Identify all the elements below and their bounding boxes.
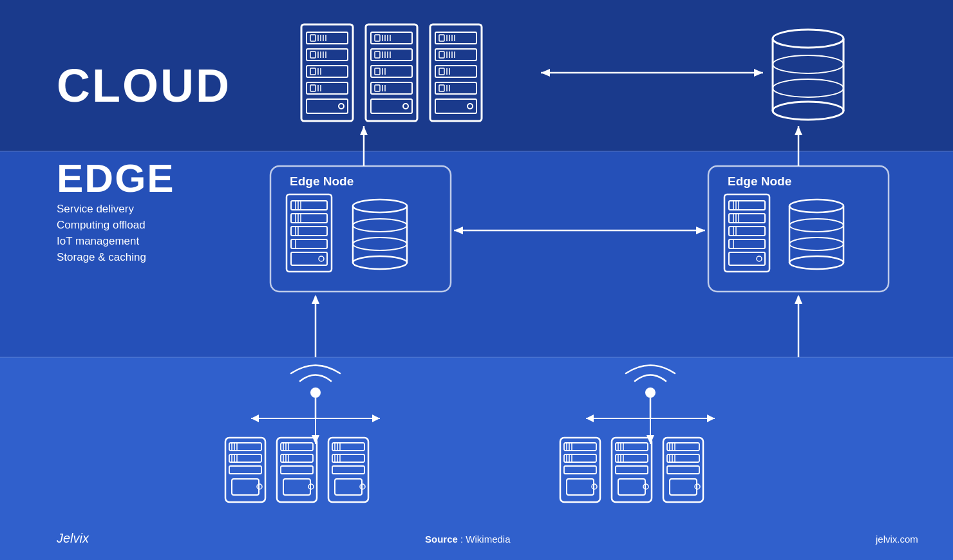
- svg-text:Storage & caching: Storage & caching: [57, 251, 146, 263]
- svg-text:EDGE: EDGE: [57, 156, 175, 200]
- svg-rect-2: [0, 357, 953, 560]
- svg-text:IoT management: IoT management: [57, 235, 139, 247]
- svg-text:Edge Node: Edge Node: [290, 174, 354, 188]
- main-container: CLOUD: [0, 0, 953, 560]
- svg-text:Source
      : Wikimedia: Source : Wikimedia: [425, 534, 511, 545]
- svg-text:jelvix.com: jelvix.com: [875, 534, 918, 545]
- svg-text:Computing offload: Computing offload: [57, 219, 146, 231]
- svg-text:CLOUD: CLOUD: [57, 60, 231, 111]
- svg-text:Edge Node: Edge Node: [728, 174, 791, 188]
- svg-text:Jelvix: Jelvix: [56, 531, 90, 545]
- svg-text:Service delivery: Service delivery: [57, 203, 134, 215]
- svg-point-144: [310, 387, 321, 398]
- svg-point-192: [645, 387, 656, 398]
